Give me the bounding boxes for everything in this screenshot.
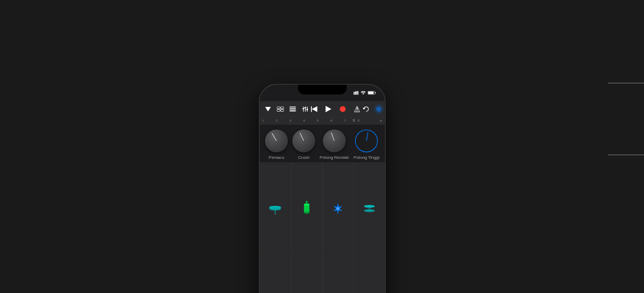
ruler-mark-3: 3: [289, 119, 291, 123]
tracks-icon[interactable]: [276, 104, 285, 113]
svg-point-47: [364, 209, 375, 212]
potong-tinggi-knob[interactable]: [355, 129, 377, 152]
ruler-mark-4: 4: [303, 119, 304, 123]
svg-rect-11: [277, 109, 280, 111]
potong-rendah-knob[interactable]: [323, 129, 345, 152]
svg-rect-19: [302, 108, 304, 109]
potong-tinggi-label: Potong Tinggi: [353, 155, 379, 160]
ruler-mark-8: 8: [357, 119, 359, 123]
svg-rect-14: [289, 108, 296, 110]
phone-frame: 1 2 3 4 5 6 7 ▽ 8 +: [259, 84, 386, 293]
svg-rect-6: [368, 92, 374, 94]
crush-knob-indicator: [299, 133, 303, 141]
ruler-add-button[interactable]: +: [379, 118, 382, 123]
svg-rect-0: [353, 92, 354, 95]
pad-hihat-open[interactable]: [354, 162, 385, 254]
svg-rect-15: [289, 110, 296, 111]
ruler: 1 2 3 4 5 6 7 ▽ 8 +: [259, 117, 385, 125]
play-icon[interactable]: [324, 104, 333, 113]
svg-marker-24: [325, 106, 331, 112]
pad-cymbal[interactable]: [322, 255, 353, 293]
potong-tinggi-knob-container: Potong Tinggi: [353, 129, 379, 160]
undo-icon[interactable]: [362, 104, 370, 113]
svg-marker-8: [265, 106, 270, 111]
svg-rect-39: [303, 204, 309, 213]
pemacu-knob-indicator: [271, 133, 277, 142]
mixer-icon[interactable]: [300, 104, 309, 113]
crush-knob-container: Crush: [292, 129, 314, 160]
rewind-icon[interactable]: [309, 104, 318, 113]
ruler-mark-7: 7: [344, 119, 345, 123]
record-icon[interactable]: [338, 104, 347, 113]
svg-marker-23: [312, 106, 318, 112]
list-icon[interactable]: [288, 104, 297, 113]
ruler-mark-1: 1: [262, 119, 264, 123]
potong-rendah-label: Potong Rendah: [320, 155, 349, 160]
toolbar-center: [309, 104, 361, 113]
ruler-mark-6: 6: [330, 119, 332, 123]
metronome-icon[interactable]: [352, 104, 361, 113]
svg-rect-12: [280, 109, 283, 111]
svg-point-30: [378, 108, 380, 110]
toolbar-right: [362, 104, 385, 114]
toolbar: [259, 101, 385, 117]
potong-rendah-knob-indicator: [331, 132, 334, 141]
dropdown-arrow-icon[interactable]: [263, 104, 272, 113]
svg-point-25: [340, 106, 345, 112]
pad-microphone[interactable]: [291, 255, 322, 293]
playhead-marker: ▽: [352, 119, 355, 123]
svg-point-43: [305, 201, 307, 202]
svg-rect-22: [311, 106, 312, 112]
notch: [298, 85, 346, 95]
svg-rect-3: [357, 91, 358, 94]
svg-point-4: [362, 93, 363, 94]
phone-screen: 1 2 3 4 5 6 7 ▽ 8 +: [259, 85, 385, 293]
toolbar-left: [263, 104, 309, 113]
svg-rect-20: [304, 107, 306, 108]
pad-grid-row2: [259, 255, 385, 293]
pemacu-knob[interactable]: [265, 129, 287, 152]
svg-marker-26: [354, 106, 359, 112]
svg-rect-13: [289, 106, 296, 107]
controls-area: Pemacu Crush Potong Rendah: [259, 124, 385, 162]
svg-rect-1: [355, 92, 356, 95]
pad-explosion[interactable]: [322, 162, 353, 254]
pemacu-label: Pemacu: [268, 155, 284, 160]
pad-satellite[interactable]: [259, 255, 290, 293]
svg-rect-2: [356, 91, 357, 95]
crush-knob[interactable]: [292, 129, 314, 152]
svg-point-46: [364, 205, 375, 208]
svg-rect-21: [306, 109, 308, 110]
pemacu-knob-container: Pemacu: [265, 129, 287, 160]
svg-rect-10: [280, 106, 283, 108]
potong-rendah-knob-container: Potong Rendah: [320, 129, 349, 160]
pad-cymbal-2[interactable]: [354, 255, 385, 293]
status-icons: [353, 91, 376, 94]
pad-grid-row1: [259, 162, 385, 254]
ruler-mark-5: 5: [316, 119, 318, 123]
potong-tinggi-knob-indicator: [366, 132, 368, 141]
ruler-mark-2: 2: [276, 119, 277, 123]
pad-hihat-closed[interactable]: [259, 162, 290, 254]
svg-rect-9: [277, 106, 280, 108]
pad-drum-canister[interactable]: [291, 162, 322, 254]
crush-label: Crush: [298, 155, 309, 160]
smart-controls-icon[interactable]: [374, 104, 384, 114]
